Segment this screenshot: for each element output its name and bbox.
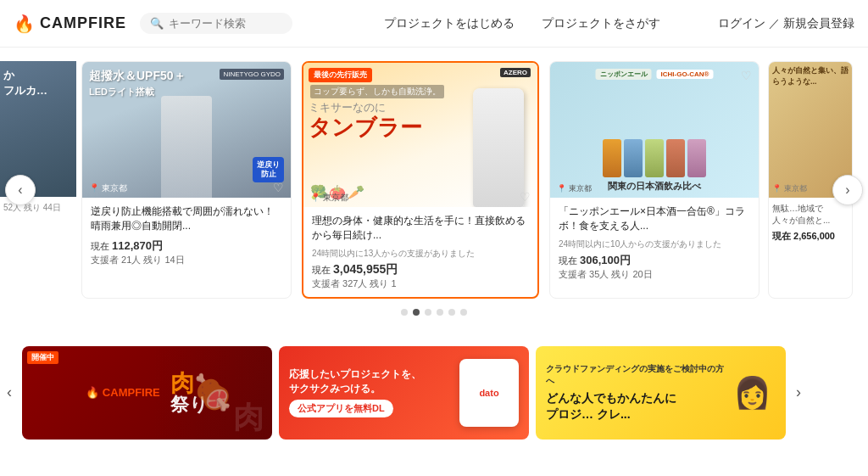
dot-3[interactable] xyxy=(425,309,431,316)
mixer-brand-top: AZERO xyxy=(500,68,531,77)
nav-start-project[interactable]: プロジェクトをはじめる xyxy=(384,16,515,31)
umbrella-brand-badge: NINETYGO GYDO xyxy=(220,69,284,80)
featured-carousel: ‹ かフルカ… 52人 残り 44日 超撥水＆UPF50＋LEDライト搭載 NI… xyxy=(0,48,868,333)
carousel-left-arrow[interactable]: ‹ xyxy=(5,175,36,205)
search-bar[interactable]: 🔍 xyxy=(140,13,292,34)
banner-app[interactable]: 応援したいプロジェクトを、サクサクみつける。 公式アプリを無料DL dato xyxy=(279,346,529,440)
dot-1[interactable] xyxy=(401,309,408,316)
mixer-amount: 3,045,955円 xyxy=(333,262,398,276)
drinks-amount: 306,100円 xyxy=(580,254,631,266)
mixer-desc: コップ要らず、しかも自動洗浄。 xyxy=(310,85,444,98)
heart-icon[interactable]: ♡ xyxy=(273,181,284,194)
drinks-heart-icon[interactable]: ♡ xyxy=(741,69,752,82)
bottom-banners: ‹ 開催中 🔥 CAMPFIRE 肉 肉 祭り 🍖 応援したいプロジェクトを、サ… xyxy=(0,333,868,440)
drinks-subtitle: 関東の日本酒飲み比べ xyxy=(608,180,701,193)
auth-area: ログイン ／ 新規会員登録 xyxy=(718,16,854,31)
drinks-support-note: 24時間以内に10人からの支援がありました xyxy=(559,238,750,250)
mixer-product-img xyxy=(473,88,524,207)
card-mixer-featured[interactable]: AZERO 最後の先行販売 コップ要らず、しかも自動洗浄。 ミキサーなのに タン… xyxy=(302,61,539,299)
drinks-location: 📍 東京都 xyxy=(557,183,592,194)
card-umbrella[interactable]: 超撥水＆UPF50＋LEDライト搭載 NINETYGO GYDO 逆戻り防止 📍… xyxy=(81,61,292,299)
search-input[interactable] xyxy=(169,17,279,30)
campfire-logo-banner: 🔥 CAMPFIRE xyxy=(86,386,160,399)
drinks-title: 「ニッポンエール×日本酒一合缶®」コラボ！食を支える人... xyxy=(559,204,750,233)
banner-left-arrow[interactable]: ‹ xyxy=(0,346,19,440)
app-icon: dato xyxy=(459,359,519,427)
umbrella-title: 逆戻り防止機能搭載で周囲が濡れない！晴雨兼用◎自動開閉... xyxy=(91,204,282,233)
cf-banner-text: クラウドファンディングの実施をご検討中の方へ どんな人でもかんたんにプロジ… ク… xyxy=(546,363,729,421)
reverse-prevention-badge: 逆戻り防止 xyxy=(253,157,284,182)
can-lineup xyxy=(603,139,706,177)
carousel-dots xyxy=(0,299,868,319)
matsuri-label: 開催中 xyxy=(27,351,58,364)
location-tokyo: 📍 東京都 xyxy=(89,182,127,194)
search-icon: 🔍 xyxy=(150,17,164,30)
mixer-meta: 支援者 327人 残り 1 xyxy=(312,277,529,290)
umbrella-card-body: 逆戻り防止機能搭載で周囲が濡れない！晴雨兼用◎自動開閉... 現在 112,87… xyxy=(82,198,291,273)
carousel-right-arrow[interactable]: › xyxy=(832,175,863,205)
logo-text: CAMPFIRE xyxy=(40,14,126,32)
mixer-location: 📍 東京都 xyxy=(310,192,348,204)
dot-6[interactable] xyxy=(460,309,467,316)
dot-5[interactable] xyxy=(448,309,455,316)
mixer-card-body: 理想の身体・健康的な生活を手に！直接飲めるから毎日続け... 24時間以内に13… xyxy=(303,207,537,297)
umbrella-headline: 超撥水＆UPF50＋LEDライト搭載 xyxy=(89,69,186,98)
drinks-meta: 支援者 35人 残り 20日 xyxy=(559,268,750,281)
dot-4[interactable] xyxy=(437,309,443,316)
cf-illustration: 👩 xyxy=(729,363,776,423)
drinks-amount-label: 現在 xyxy=(559,255,577,266)
banner-matsuri[interactable]: 開催中 🔥 CAMPFIRE 肉 肉 祭り 🍖 xyxy=(22,346,272,440)
campfire-flame-icon: 🔥 xyxy=(14,14,35,34)
carousel-track: かフルカ… 52人 残り 44日 超撥水＆UPF50＋LEDライト搭載 NINE… xyxy=(0,61,868,299)
card-drinks[interactable]: ニッポンエール ICHI-GO-CAN® 関東の日本酒飲み比べ ♡ 📍 東京都 xyxy=(549,61,760,299)
nav-find-project[interactable]: プロジェクトをさがす xyxy=(542,16,660,31)
sale-badge: 最後の先行販売 xyxy=(309,68,372,82)
header: 🔥 CAMPFIRE 🔍 プロジェクトをはじめる プロジェクトをさがす ログイン… xyxy=(0,0,868,48)
mixer-amount-label: 現在 xyxy=(312,265,331,275)
dot-2[interactable] xyxy=(413,309,420,316)
drinks-brands: ニッポンエール ICHI-GO-CAN® xyxy=(596,69,714,80)
umbrella-amount-label: 現在 xyxy=(91,241,109,251)
register-link[interactable]: 新規会員登録 xyxy=(783,16,854,31)
mixer-heart-icon[interactable]: ♡ xyxy=(520,190,531,204)
mixer-title: 理想の身体・健康的な生活を手に！直接飲めるから毎日続け... xyxy=(312,214,529,243)
umbrella-meta: 支援者 21人 残り 14日 xyxy=(91,254,282,266)
drinks-card-body: 「ニッポンエール×日本酒一合缶®」コラボ！食を支える人... 24時間以内に10… xyxy=(550,198,759,288)
app-download-btn[interactable]: 公式アプリを無料DL xyxy=(289,400,393,417)
banner-right-arrow[interactable]: › xyxy=(789,346,808,440)
login-link[interactable]: ログイン xyxy=(718,16,765,31)
auth-separator: ／ xyxy=(769,16,780,31)
mixer-headline: ミキサーなのに タンブラー xyxy=(309,100,422,140)
main-nav: プロジェクトをはじめる プロジェクトをさがす xyxy=(326,16,718,31)
logo[interactable]: 🔥 CAMPFIRE xyxy=(14,14,126,34)
food-image-area: 🍖 xyxy=(153,346,272,440)
app-banner-text: 応援したいプロジェクトを、サクサクみつける。 公式アプリを無料DL xyxy=(289,367,459,417)
banner-crowdfunding[interactable]: クラウドファンディングの実施をご検討中の方へ どんな人でもかんたんにプロジ… ク… xyxy=(536,346,786,440)
umbrella-amount: 112,870円 xyxy=(112,239,163,252)
mixer-support-note: 24時間以内に13人からの支援がありました xyxy=(312,248,529,260)
